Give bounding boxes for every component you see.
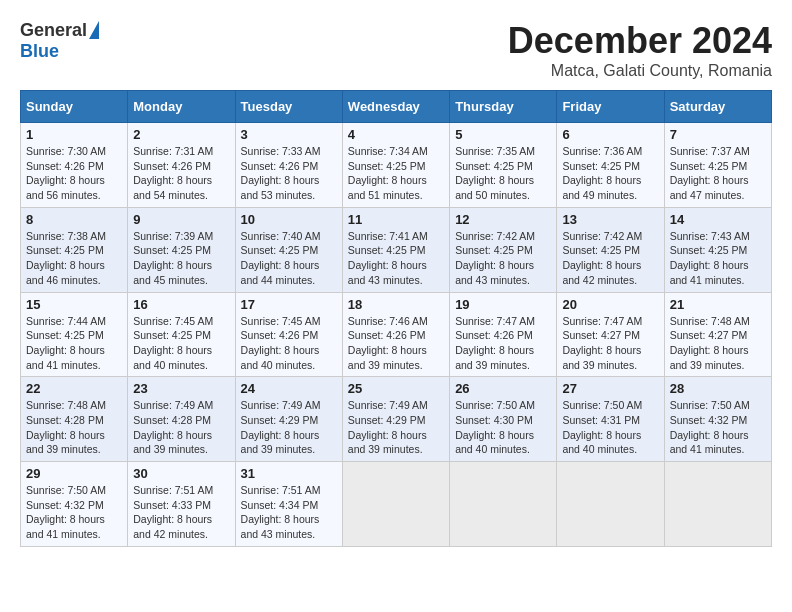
day-number: 13 (562, 212, 658, 227)
calendar-cell (557, 462, 664, 547)
day-number: 9 (133, 212, 229, 227)
calendar-cell: 1 Sunrise: 7:30 AM Sunset: 4:26 PM Dayli… (21, 123, 128, 208)
calendar-cell (342, 462, 449, 547)
day-number: 29 (26, 466, 122, 481)
day-number: 16 (133, 297, 229, 312)
day-info: Sunrise: 7:38 AM Sunset: 4:25 PM Dayligh… (26, 229, 122, 288)
day-of-week-header: Sunday (21, 91, 128, 123)
calendar-cell: 15 Sunrise: 7:44 AM Sunset: 4:25 PM Dayl… (21, 292, 128, 377)
calendar-cell: 28 Sunrise: 7:50 AM Sunset: 4:32 PM Dayl… (664, 377, 771, 462)
calendar-cell (450, 462, 557, 547)
day-number: 2 (133, 127, 229, 142)
calendar-cell: 20 Sunrise: 7:47 AM Sunset: 4:27 PM Dayl… (557, 292, 664, 377)
day-number: 24 (241, 381, 337, 396)
calendar-cell: 25 Sunrise: 7:49 AM Sunset: 4:29 PM Dayl… (342, 377, 449, 462)
day-info: Sunrise: 7:50 AM Sunset: 4:32 PM Dayligh… (26, 483, 122, 542)
day-info: Sunrise: 7:46 AM Sunset: 4:26 PM Dayligh… (348, 314, 444, 373)
calendar-cell: 29 Sunrise: 7:50 AM Sunset: 4:32 PM Dayl… (21, 462, 128, 547)
day-of-week-header: Friday (557, 91, 664, 123)
day-info: Sunrise: 7:48 AM Sunset: 4:28 PM Dayligh… (26, 398, 122, 457)
calendar-week-row: 29 Sunrise: 7:50 AM Sunset: 4:32 PM Dayl… (21, 462, 772, 547)
calendar-cell: 21 Sunrise: 7:48 AM Sunset: 4:27 PM Dayl… (664, 292, 771, 377)
day-info: Sunrise: 7:36 AM Sunset: 4:25 PM Dayligh… (562, 144, 658, 203)
day-info: Sunrise: 7:50 AM Sunset: 4:30 PM Dayligh… (455, 398, 551, 457)
calendar-cell: 5 Sunrise: 7:35 AM Sunset: 4:25 PM Dayli… (450, 123, 557, 208)
calendar-header-row: SundayMondayTuesdayWednesdayThursdayFrid… (21, 91, 772, 123)
calendar-cell: 12 Sunrise: 7:42 AM Sunset: 4:25 PM Dayl… (450, 207, 557, 292)
calendar-cell (664, 462, 771, 547)
day-number: 7 (670, 127, 766, 142)
logo-triangle-icon (89, 21, 99, 39)
day-number: 14 (670, 212, 766, 227)
day-number: 22 (26, 381, 122, 396)
day-info: Sunrise: 7:45 AM Sunset: 4:26 PM Dayligh… (241, 314, 337, 373)
calendar-cell: 17 Sunrise: 7:45 AM Sunset: 4:26 PM Dayl… (235, 292, 342, 377)
day-info: Sunrise: 7:49 AM Sunset: 4:29 PM Dayligh… (348, 398, 444, 457)
day-info: Sunrise: 7:30 AM Sunset: 4:26 PM Dayligh… (26, 144, 122, 203)
subtitle: Matca, Galati County, Romania (508, 62, 772, 80)
calendar-cell: 18 Sunrise: 7:46 AM Sunset: 4:26 PM Dayl… (342, 292, 449, 377)
day-info: Sunrise: 7:51 AM Sunset: 4:33 PM Dayligh… (133, 483, 229, 542)
day-number: 31 (241, 466, 337, 481)
day-number: 25 (348, 381, 444, 396)
day-info: Sunrise: 7:42 AM Sunset: 4:25 PM Dayligh… (455, 229, 551, 288)
main-title: December 2024 (508, 20, 772, 62)
day-of-week-header: Tuesday (235, 91, 342, 123)
day-number: 8 (26, 212, 122, 227)
day-info: Sunrise: 7:45 AM Sunset: 4:25 PM Dayligh… (133, 314, 229, 373)
calendar-week-row: 1 Sunrise: 7:30 AM Sunset: 4:26 PM Dayli… (21, 123, 772, 208)
calendar-cell: 8 Sunrise: 7:38 AM Sunset: 4:25 PM Dayli… (21, 207, 128, 292)
calendar-cell: 24 Sunrise: 7:49 AM Sunset: 4:29 PM Dayl… (235, 377, 342, 462)
day-number: 19 (455, 297, 551, 312)
calendar-cell: 6 Sunrise: 7:36 AM Sunset: 4:25 PM Dayli… (557, 123, 664, 208)
day-info: Sunrise: 7:47 AM Sunset: 4:26 PM Dayligh… (455, 314, 551, 373)
calendar-week-row: 8 Sunrise: 7:38 AM Sunset: 4:25 PM Dayli… (21, 207, 772, 292)
day-number: 11 (348, 212, 444, 227)
day-info: Sunrise: 7:37 AM Sunset: 4:25 PM Dayligh… (670, 144, 766, 203)
logo: General Blue (20, 20, 99, 62)
day-of-week-header: Monday (128, 91, 235, 123)
logo-general-text: General (20, 20, 87, 41)
calendar-table: SundayMondayTuesdayWednesdayThursdayFrid… (20, 90, 772, 547)
calendar-cell: 16 Sunrise: 7:45 AM Sunset: 4:25 PM Dayl… (128, 292, 235, 377)
day-info: Sunrise: 7:40 AM Sunset: 4:25 PM Dayligh… (241, 229, 337, 288)
title-block: December 2024 Matca, Galati County, Roma… (508, 20, 772, 80)
day-of-week-header: Thursday (450, 91, 557, 123)
day-number: 23 (133, 381, 229, 396)
calendar-cell: 3 Sunrise: 7:33 AM Sunset: 4:26 PM Dayli… (235, 123, 342, 208)
page-header: General Blue December 2024 Matca, Galati… (20, 20, 772, 80)
calendar-cell: 14 Sunrise: 7:43 AM Sunset: 4:25 PM Dayl… (664, 207, 771, 292)
day-number: 12 (455, 212, 551, 227)
day-number: 30 (133, 466, 229, 481)
calendar-cell: 9 Sunrise: 7:39 AM Sunset: 4:25 PM Dayli… (128, 207, 235, 292)
calendar-cell: 10 Sunrise: 7:40 AM Sunset: 4:25 PM Dayl… (235, 207, 342, 292)
day-info: Sunrise: 7:34 AM Sunset: 4:25 PM Dayligh… (348, 144, 444, 203)
calendar-cell: 27 Sunrise: 7:50 AM Sunset: 4:31 PM Dayl… (557, 377, 664, 462)
day-number: 5 (455, 127, 551, 142)
day-of-week-header: Wednesday (342, 91, 449, 123)
day-of-week-header: Saturday (664, 91, 771, 123)
day-info: Sunrise: 7:31 AM Sunset: 4:26 PM Dayligh… (133, 144, 229, 203)
day-number: 20 (562, 297, 658, 312)
day-info: Sunrise: 7:48 AM Sunset: 4:27 PM Dayligh… (670, 314, 766, 373)
calendar-cell: 23 Sunrise: 7:49 AM Sunset: 4:28 PM Dayl… (128, 377, 235, 462)
day-number: 10 (241, 212, 337, 227)
day-number: 4 (348, 127, 444, 142)
day-number: 27 (562, 381, 658, 396)
calendar-cell: 13 Sunrise: 7:42 AM Sunset: 4:25 PM Dayl… (557, 207, 664, 292)
day-info: Sunrise: 7:41 AM Sunset: 4:25 PM Dayligh… (348, 229, 444, 288)
calendar-week-row: 22 Sunrise: 7:48 AM Sunset: 4:28 PM Dayl… (21, 377, 772, 462)
day-number: 17 (241, 297, 337, 312)
day-info: Sunrise: 7:50 AM Sunset: 4:32 PM Dayligh… (670, 398, 766, 457)
day-info: Sunrise: 7:39 AM Sunset: 4:25 PM Dayligh… (133, 229, 229, 288)
day-info: Sunrise: 7:44 AM Sunset: 4:25 PM Dayligh… (26, 314, 122, 373)
day-info: Sunrise: 7:43 AM Sunset: 4:25 PM Dayligh… (670, 229, 766, 288)
calendar-cell: 30 Sunrise: 7:51 AM Sunset: 4:33 PM Dayl… (128, 462, 235, 547)
calendar-cell: 19 Sunrise: 7:47 AM Sunset: 4:26 PM Dayl… (450, 292, 557, 377)
day-number: 1 (26, 127, 122, 142)
day-info: Sunrise: 7:33 AM Sunset: 4:26 PM Dayligh… (241, 144, 337, 203)
calendar-cell: 7 Sunrise: 7:37 AM Sunset: 4:25 PM Dayli… (664, 123, 771, 208)
day-number: 15 (26, 297, 122, 312)
day-info: Sunrise: 7:51 AM Sunset: 4:34 PM Dayligh… (241, 483, 337, 542)
calendar-cell: 2 Sunrise: 7:31 AM Sunset: 4:26 PM Dayli… (128, 123, 235, 208)
